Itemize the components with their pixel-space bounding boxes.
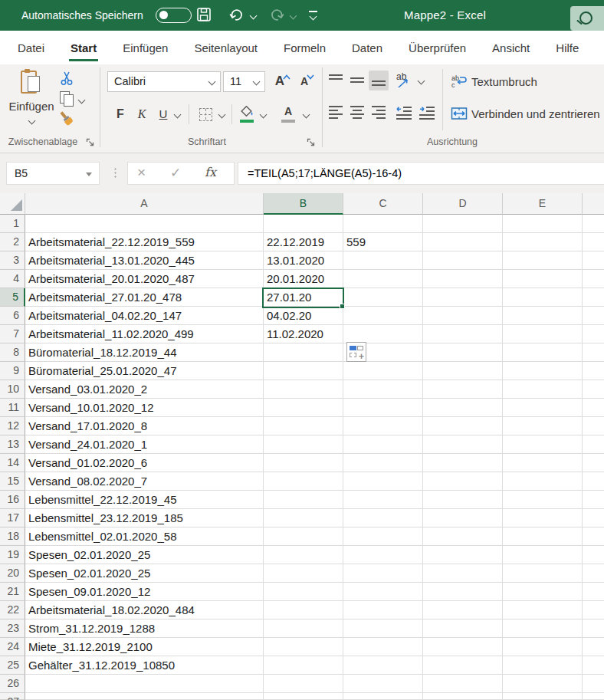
increase-indent-button[interactable] bbox=[417, 103, 437, 123]
cell-F27[interactable] bbox=[583, 693, 604, 700]
cell-E18[interactable] bbox=[503, 527, 583, 546]
cell-C26[interactable] bbox=[343, 675, 423, 693]
cell-D4[interactable] bbox=[423, 270, 503, 288]
column-header-E[interactable]: E bbox=[503, 193, 583, 215]
save-button[interactable] bbox=[196, 7, 215, 24]
align-middle-button[interactable] bbox=[347, 71, 367, 90]
tab-formeln[interactable]: Formeln bbox=[271, 31, 339, 64]
cell-E1[interactable] bbox=[503, 215, 583, 233]
cell-F6[interactable] bbox=[583, 307, 604, 325]
cell-A13[interactable]: Versand_24.01.2020_1 bbox=[25, 435, 264, 454]
cell-E22[interactable] bbox=[503, 601, 583, 619]
row-header-17[interactable]: 17 bbox=[0, 509, 25, 527]
undo-dropdown-chevron[interactable] bbox=[250, 12, 258, 20]
cell-C12[interactable] bbox=[343, 417, 423, 435]
redo-dropdown-chevron[interactable] bbox=[290, 12, 297, 20]
cell-F9[interactable] bbox=[583, 362, 604, 380]
cell-D19[interactable] bbox=[423, 546, 503, 564]
cell-B26[interactable] bbox=[264, 675, 343, 693]
autosave-toggle[interactable] bbox=[156, 8, 192, 23]
cell-C20[interactable] bbox=[343, 564, 423, 583]
cell-D12[interactable] bbox=[423, 417, 503, 435]
copy-dropdown-chevron[interactable] bbox=[78, 97, 86, 104]
clipboard-dialog-launcher[interactable] bbox=[86, 138, 95, 147]
formula-bar-resize-handle[interactable] bbox=[114, 167, 117, 179]
cell-D2[interactable] bbox=[423, 233, 503, 251]
cell-C16[interactable] bbox=[343, 491, 423, 509]
tab-daten[interactable]: Daten bbox=[339, 31, 396, 64]
cell-B2[interactable]: 22.12.2019 bbox=[264, 233, 343, 251]
borders-dropdown-chevron[interactable] bbox=[218, 111, 226, 119]
row-header-13[interactable]: 13 bbox=[0, 435, 25, 454]
row-header-19[interactable]: 19 bbox=[0, 546, 25, 564]
tab-berprfen[interactable]: Überprüfen bbox=[396, 31, 479, 64]
cell-B16[interactable] bbox=[264, 491, 343, 509]
row-header-3[interactable]: 3 bbox=[0, 251, 25, 270]
align-center-button[interactable] bbox=[347, 103, 367, 123]
cell-E15[interactable] bbox=[503, 472, 583, 491]
cell-F13[interactable] bbox=[583, 435, 604, 454]
decrease-indent-button[interactable] bbox=[394, 103, 414, 123]
cell-B5[interactable]: 27.01.20 bbox=[264, 288, 343, 307]
row-header-16[interactable]: 16 bbox=[0, 491, 25, 509]
row-header-14[interactable]: 14 bbox=[0, 454, 25, 472]
cell-B23[interactable] bbox=[264, 619, 343, 638]
row-header-27[interactable]: 27 bbox=[0, 693, 25, 700]
name-box-dropdown-icon[interactable] bbox=[86, 173, 92, 176]
cell-B19[interactable] bbox=[264, 546, 343, 564]
row-header-26[interactable]: 26 bbox=[0, 675, 25, 693]
cell-D18[interactable] bbox=[423, 527, 503, 546]
row-header-15[interactable]: 15 bbox=[0, 472, 25, 491]
undo-button[interactable] bbox=[228, 7, 247, 24]
cell-F4[interactable] bbox=[583, 270, 604, 288]
cell-F20[interactable] bbox=[583, 564, 604, 583]
name-box[interactable]: B5 bbox=[6, 162, 100, 185]
row-header-25[interactable]: 25 bbox=[0, 656, 25, 675]
cell-E23[interactable] bbox=[503, 619, 583, 638]
cell-D7[interactable] bbox=[423, 325, 503, 343]
row-header-9[interactable]: 9 bbox=[0, 362, 25, 380]
cell-F3[interactable] bbox=[583, 251, 604, 270]
font-color-dropdown-chevron[interactable] bbox=[303, 111, 310, 119]
cell-E2[interactable] bbox=[503, 233, 583, 251]
orientation-dropdown-chevron[interactable] bbox=[418, 77, 425, 85]
cell-C24[interactable] bbox=[343, 638, 423, 656]
cell-E5[interactable] bbox=[503, 288, 583, 307]
cell-A8[interactable]: Büromaterial_18.12.2019_44 bbox=[25, 343, 264, 362]
cell-D21[interactable] bbox=[423, 583, 503, 601]
cell-A24[interactable]: Miete_31.12.2019_2100 bbox=[25, 638, 264, 656]
cell-B7[interactable]: 11.02.2020 bbox=[264, 325, 343, 343]
bold-button[interactable]: F bbox=[110, 104, 130, 124]
cell-A9[interactable]: Büromaterial_25.01.2020_47 bbox=[25, 362, 264, 380]
merge-center-button[interactable]: Verbinden und zentrieren bbox=[451, 103, 600, 124]
underline-dropdown-chevron[interactable] bbox=[174, 111, 182, 119]
orientation-button[interactable]: ab bbox=[394, 71, 414, 90]
customize-quick-access-button[interactable] bbox=[308, 9, 319, 21]
row-header-7[interactable]: 7 bbox=[0, 325, 25, 343]
cell-F1[interactable] bbox=[583, 215, 604, 233]
row-header-1[interactable]: 1 bbox=[0, 215, 25, 233]
cell-B25[interactable] bbox=[264, 656, 343, 675]
cell-B1[interactable] bbox=[264, 215, 343, 233]
cell-A18[interactable]: Lebensmittel_02.01.2020_58 bbox=[25, 527, 264, 546]
cell-D24[interactable] bbox=[423, 638, 503, 656]
cell-F8[interactable] bbox=[583, 343, 604, 362]
format-painter-button[interactable] bbox=[55, 107, 79, 131]
cell-C11[interactable] bbox=[343, 399, 423, 417]
row-header-21[interactable]: 21 bbox=[0, 583, 25, 601]
cell-D1[interactable] bbox=[423, 215, 503, 233]
cell-F19[interactable] bbox=[583, 546, 604, 564]
borders-button[interactable] bbox=[196, 104, 216, 124]
cell-D8[interactable] bbox=[423, 343, 503, 362]
cell-D20[interactable] bbox=[423, 564, 503, 583]
cell-C10[interactable] bbox=[343, 380, 423, 399]
cell-B10[interactable] bbox=[264, 380, 343, 399]
row-header-8[interactable]: 8 bbox=[0, 343, 25, 362]
row-header-2[interactable]: 2 bbox=[0, 233, 25, 251]
row-header-10[interactable]: 10 bbox=[0, 380, 25, 399]
cell-C13[interactable] bbox=[343, 435, 423, 454]
cell-C3[interactable] bbox=[343, 251, 423, 270]
tab-seitenlayout[interactable]: Seitenlayout bbox=[181, 31, 271, 64]
cell-D14[interactable] bbox=[423, 454, 503, 472]
cell-F14[interactable] bbox=[583, 454, 604, 472]
